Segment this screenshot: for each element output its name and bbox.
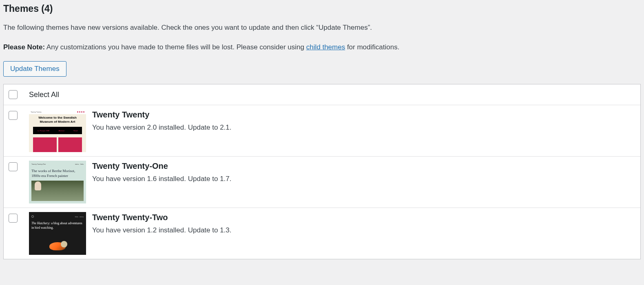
- theme-row: Twenty Twenty-Onemenu links The works of…: [4, 157, 640, 208]
- section-heading: Themes (4): [3, 3, 641, 14]
- update-themes-button[interactable]: Update Themes: [3, 61, 66, 77]
- theme-name: Twenty Twenty: [92, 110, 635, 119]
- theme-thumbnail: links menu The Hatchery: a blog about ad…: [29, 212, 86, 255]
- note-after-link: for modifications.: [345, 43, 399, 51]
- note-text: Please Note: Any customizations you have…: [3, 42, 641, 53]
- child-themes-link[interactable]: child themes: [306, 43, 345, 51]
- note-label: Please Note:: [3, 43, 45, 51]
- theme-checkbox[interactable]: [9, 111, 18, 120]
- themes-table: Select All Twenty Twenty Welcome to the …: [3, 84, 641, 259]
- theme-version-text: You have version 2.0 installed. Update t…: [92, 124, 635, 132]
- intro-text: The following themes have new versions a…: [3, 22, 641, 33]
- theme-thumbnail: Twenty Twenty Welcome to the Swedish Mus…: [29, 109, 86, 152]
- theme-name: Twenty Twenty-Two: [92, 213, 635, 222]
- table-header-row: Select All: [4, 84, 640, 105]
- theme-checkbox[interactable]: [9, 162, 18, 171]
- theme-version-text: You have version 1.2 installed. Update t…: [92, 226, 635, 234]
- theme-thumbnail: Twenty Twenty-Onemenu links The works of…: [29, 161, 86, 203]
- theme-row: Twenty Twenty Welcome to the Swedish Mus…: [4, 105, 640, 157]
- select-all-checkbox[interactable]: [9, 90, 18, 99]
- theme-checkbox[interactable]: [9, 214, 18, 223]
- theme-name: Twenty Twenty-One: [92, 161, 635, 171]
- select-all-label: Select All: [29, 91, 59, 99]
- note-before-link: Any customizations you have made to them…: [45, 43, 306, 51]
- theme-version-text: You have version 1.6 installed. Update t…: [92, 175, 635, 183]
- theme-row: links menu The Hatchery: a blog about ad…: [4, 208, 640, 259]
